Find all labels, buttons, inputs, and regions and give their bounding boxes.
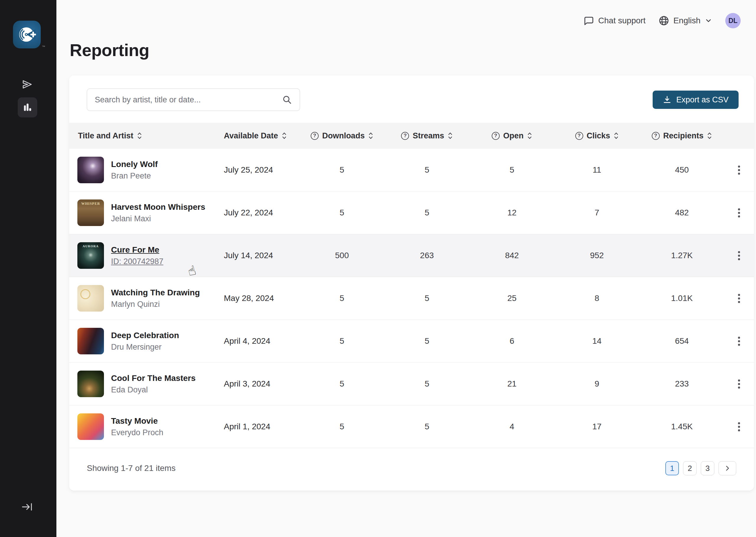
table-row-highlighted[interactable]: AURORA Cure For Me ID: 200742987 July 14… bbox=[69, 234, 754, 277]
avatar-initials: DL bbox=[729, 17, 738, 25]
downloads-value: 5 bbox=[299, 379, 384, 389]
kebab-icon bbox=[738, 383, 740, 385]
streams-value: 5 bbox=[384, 208, 469, 218]
track-title-link[interactable]: Cure For Me bbox=[111, 245, 163, 255]
help-icon[interactable] bbox=[652, 132, 660, 140]
row-menu-button[interactable] bbox=[724, 383, 754, 385]
table-row[interactable]: Watching The Drawing Marlyn Quinzi May 2… bbox=[69, 277, 754, 320]
user-avatar[interactable]: DL bbox=[725, 13, 741, 28]
track-title: Deep Celebration bbox=[111, 331, 179, 340]
open-value: 12 bbox=[469, 208, 555, 218]
clicks-value: 7 bbox=[554, 208, 639, 218]
row-menu-button[interactable] bbox=[724, 212, 754, 214]
track-artist: Marlyn Quinzi bbox=[111, 300, 200, 309]
clicks-value: 17 bbox=[554, 422, 639, 432]
table-row[interactable]: Deep Celebration Dru Mersinger April 4, … bbox=[69, 320, 754, 363]
kebab-icon bbox=[738, 212, 740, 214]
kebab-icon bbox=[738, 255, 740, 257]
track-title: Tasty Movie bbox=[111, 416, 163, 426]
search-input[interactable] bbox=[95, 95, 282, 104]
track-title: Lonely Wolf bbox=[111, 160, 158, 169]
kebab-icon bbox=[738, 297, 740, 300]
album-art: AURORA bbox=[77, 242, 104, 269]
streams-value: 5 bbox=[384, 165, 469, 175]
track-id-link[interactable]: ID: 200742987 bbox=[111, 257, 163, 266]
table-row[interactable]: Cool For The Masters Eda Doyal April 3, … bbox=[69, 363, 754, 405]
row-menu-button[interactable] bbox=[724, 426, 754, 428]
help-icon[interactable] bbox=[311, 132, 319, 140]
column-header-streams[interactable]: Streams bbox=[384, 131, 469, 141]
search-icon[interactable] bbox=[282, 95, 292, 105]
row-menu-button[interactable] bbox=[724, 169, 754, 171]
available-date: July 22, 2024 bbox=[217, 208, 299, 218]
clicks-value: 9 bbox=[554, 379, 639, 389]
downloads-value: 5 bbox=[299, 165, 384, 175]
sidebar-item-send[interactable] bbox=[19, 76, 35, 93]
recipients-value: 1.45K bbox=[639, 422, 724, 432]
app-logo[interactable] bbox=[13, 21, 41, 48]
streams-value: 263 bbox=[384, 251, 469, 260]
open-value: 4 bbox=[469, 422, 555, 432]
sidebar-collapse-button[interactable] bbox=[20, 501, 35, 513]
downloads-value: 5 bbox=[299, 422, 384, 432]
track-title: Harvest Moon Whispers bbox=[111, 202, 205, 212]
streams-value: 5 bbox=[384, 294, 469, 303]
track-artist: Dru Mersinger bbox=[111, 343, 179, 352]
page-button-1[interactable]: 1 bbox=[665, 461, 679, 475]
table-header: Title and Artist Available Date Download… bbox=[69, 123, 754, 149]
column-header-title[interactable]: Title and Artist bbox=[69, 131, 217, 141]
streams-value: 5 bbox=[384, 336, 469, 346]
clicks-value: 14 bbox=[554, 336, 639, 346]
pagination: 1 2 3 bbox=[665, 461, 736, 475]
page-title: Reporting bbox=[70, 40, 149, 60]
language-label: English bbox=[673, 16, 700, 25]
chat-bubble-icon bbox=[584, 15, 594, 26]
album-art bbox=[77, 413, 104, 440]
bar-chart-icon bbox=[22, 102, 33, 113]
available-date: July 14, 2024 bbox=[217, 251, 299, 260]
page-button-2[interactable]: 2 bbox=[683, 461, 697, 475]
help-icon[interactable] bbox=[492, 132, 500, 140]
open-value: 21 bbox=[469, 379, 555, 389]
column-header-recipients[interactable]: Recipients bbox=[639, 131, 724, 141]
column-header-open[interactable]: Open bbox=[469, 131, 555, 141]
sidebar: ™ bbox=[0, 0, 56, 537]
sidebar-item-reporting[interactable] bbox=[18, 97, 37, 117]
available-date: April 4, 2024 bbox=[217, 336, 299, 346]
pagination-summary: Showing 1-7 of 21 items bbox=[87, 464, 175, 473]
reporting-card: Export as CSV Title and Artist Available… bbox=[69, 75, 754, 491]
track-artist: Bran Peete bbox=[111, 171, 158, 181]
row-menu-button[interactable] bbox=[724, 340, 754, 342]
language-selector[interactable]: English bbox=[658, 15, 712, 26]
sort-icon bbox=[137, 132, 142, 140]
search-box[interactable] bbox=[87, 89, 300, 111]
downloads-value: 500 bbox=[299, 251, 384, 260]
lightbulb-sketch bbox=[80, 289, 90, 299]
recipients-value: 1.27K bbox=[639, 251, 724, 260]
topbar: Chat support English DL bbox=[584, 12, 741, 29]
table-row[interactable]: Tasty Movie Everydo Proch April 1, 2024 … bbox=[69, 405, 754, 448]
sort-icon bbox=[368, 132, 373, 140]
table-footer: Showing 1-7 of 21 items 1 2 3 bbox=[69, 448, 754, 491]
row-menu-button[interactable] bbox=[724, 297, 754, 300]
album-art bbox=[77, 157, 104, 183]
help-icon[interactable] bbox=[401, 132, 409, 140]
track-artist: Everydo Proch bbox=[111, 428, 163, 437]
download-icon bbox=[663, 95, 672, 104]
export-csv-button[interactable]: Export as CSV bbox=[653, 91, 738, 109]
column-header-downloads[interactable]: Downloads bbox=[299, 131, 384, 141]
table-toolbar: Export as CSV bbox=[69, 75, 754, 123]
help-icon[interactable] bbox=[575, 132, 583, 140]
next-page-button[interactable] bbox=[719, 461, 736, 475]
row-menu-button[interactable] bbox=[724, 255, 754, 257]
column-header-date[interactable]: Available Date bbox=[217, 131, 299, 141]
column-header-clicks[interactable]: Clicks bbox=[554, 131, 639, 141]
open-value: 842 bbox=[469, 251, 555, 260]
page-button-3[interactable]: 3 bbox=[701, 461, 714, 475]
table-row[interactable]: WHISPER Harvest Moon Whispers Jelani Max… bbox=[69, 191, 754, 234]
chat-support-button[interactable]: Chat support bbox=[584, 15, 645, 26]
table-row[interactable]: Lonely Wolf Bran Peete July 25, 2024 5 5… bbox=[69, 149, 754, 191]
kebab-icon bbox=[738, 426, 740, 428]
kebab-icon bbox=[738, 169, 740, 171]
available-date: April 3, 2024 bbox=[217, 379, 299, 389]
